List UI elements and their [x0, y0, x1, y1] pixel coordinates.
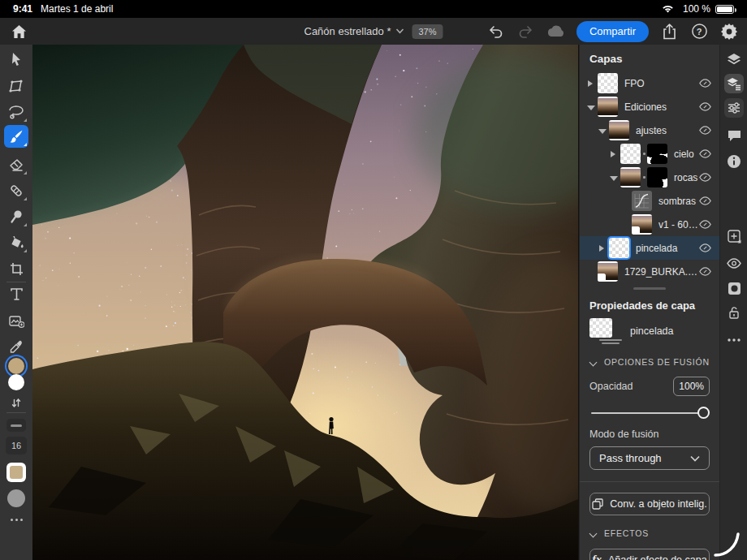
loupe-retouch-tool[interactable]	[4, 205, 28, 228]
add-layer-effect-button[interactable]: fx Añadir efecto de capa	[589, 549, 710, 560]
layers-panel-title: Capas	[580, 45, 719, 71]
lock-icon[interactable]	[724, 303, 744, 322]
layer-visibility-eye-icon[interactable]	[698, 101, 711, 114]
layer-thumbnail[interactable]	[598, 97, 618, 117]
crop-tool[interactable]	[4, 257, 28, 280]
clock-time: 9:41	[13, 3, 32, 15]
layer-row[interactable]: cielo	[580, 142, 719, 166]
layer-visibility-eye-icon[interactable]	[724, 253, 744, 273]
type-tool[interactable]	[4, 282, 28, 305]
layer-visibility-eye-icon[interactable]	[698, 124, 711, 137]
layer-thumbnail[interactable]	[609, 120, 629, 140]
layer-row[interactable]: rocas	[580, 166, 719, 189]
brush-size-slider[interactable]	[6, 419, 26, 432]
smart-object-icon	[592, 498, 603, 510]
help-button[interactable]: ?	[689, 22, 709, 41]
layer-expand-arrow[interactable]	[610, 174, 616, 181]
blend-options-label: OPCIONES DE FUSIÓN	[604, 357, 710, 367]
brush-size-value[interactable]: 16	[6, 437, 27, 454]
place-image-tool[interactable]	[4, 309, 28, 332]
convert-smart-object-label: Conv. a objeto intelig.	[610, 498, 706, 510]
healing-brush-tool[interactable]	[4, 179, 28, 202]
opacity-value-box[interactable]: 100%	[673, 377, 710, 396]
layer-row[interactable]: Ediciones	[580, 95, 719, 118]
home-button[interactable]	[8, 21, 29, 42]
layer-visibility-eye-icon[interactable]	[698, 77, 711, 90]
export-icon[interactable]	[659, 22, 679, 41]
effects-header[interactable]: EFECTOS	[580, 528, 719, 538]
layer-row[interactable]: sombras	[580, 189, 719, 213]
eyedropper-tool[interactable]	[4, 335, 28, 358]
blend-mode-dropdown[interactable]: Pass through	[589, 446, 710, 470]
layer-visibility-eye-icon[interactable]	[698, 171, 711, 184]
move-tool[interactable]	[4, 48, 28, 71]
layer-row[interactable]: ajustes	[580, 118, 719, 142]
properties-layer-thumbnail	[589, 318, 612, 338]
settings-gear-icon[interactable]	[719, 22, 739, 41]
layer-expand-arrow[interactable]	[598, 127, 605, 134]
layer-expand-arrow[interactable]	[587, 80, 594, 87]
layer-visibility-eye-icon[interactable]	[698, 242, 711, 255]
smart-object-badge	[598, 274, 606, 282]
layer-row[interactable]: 1729_BURKA...anced-NR33	[580, 260, 719, 283]
layer-row[interactable]: FPO	[580, 71, 719, 95]
layer-mask-thumbnail[interactable]	[647, 144, 667, 164]
brush-opacity-chip[interactable]	[7, 489, 25, 507]
tool-rail: 16	[0, 45, 32, 560]
blend-options-header[interactable]: OPCIONES DE FUSIÓN	[580, 357, 719, 367]
layer-mask-thumbnail[interactable]	[647, 167, 667, 187]
opacity-slider-handle[interactable]	[697, 407, 710, 419]
convert-smart-object-button[interactable]: Conv. a objeto intelig.	[589, 493, 710, 515]
opacity-slider[interactable]	[591, 407, 708, 419]
layer-properties-icon[interactable]	[724, 74, 744, 93]
layer-visibility-eye-icon[interactable]	[698, 148, 711, 161]
add-layer-effect-label: Añadir efecto de capa	[608, 554, 707, 560]
layer-thumbnail[interactable]	[620, 167, 641, 187]
layer-thumbnail[interactable]	[632, 191, 652, 211]
chevron-down-icon	[589, 358, 598, 366]
eraser-tool[interactable]	[4, 153, 28, 176]
share-button[interactable]: Compartir	[576, 21, 649, 42]
layer-visibility-eye-icon[interactable]	[698, 265, 711, 278]
more-options-button[interactable]	[724, 330, 744, 350]
undo-button[interactable]	[486, 22, 506, 41]
layer-row[interactable]: v1 - 60 %	[580, 213, 719, 236]
brush-tip-chip[interactable]	[6, 463, 26, 482]
more-tools-button[interactable]	[0, 519, 32, 521]
layer-expand-arrow[interactable]	[598, 245, 605, 252]
document-canvas[interactable]	[32, 45, 579, 560]
layers-stack-icon[interactable]	[724, 50, 744, 69]
info-icon[interactable]	[724, 152, 744, 171]
transform-tool[interactable]	[4, 75, 28, 97]
comments-icon[interactable]	[724, 126, 744, 145]
layer-visibility-eye-icon[interactable]	[698, 218, 711, 231]
redo-button[interactable]	[516, 22, 536, 41]
document-title[interactable]: Cañón estrellado *	[304, 25, 404, 37]
layer-thumbnail[interactable]	[598, 73, 618, 93]
lasso-tool[interactable]	[4, 101, 28, 123]
brush-tool[interactable]	[4, 125, 28, 148]
layer-expand-arrow[interactable]	[587, 104, 594, 110]
layer-name: ajustes	[636, 125, 698, 136]
adjustments-sliders-icon[interactable]	[724, 98, 744, 118]
layer-visibility-eye-icon[interactable]	[698, 195, 711, 208]
fx-icon: fx	[592, 554, 602, 560]
layer-thumbnail[interactable]	[598, 261, 618, 282]
add-layer-button[interactable]	[724, 226, 744, 246]
panel-drag-handle[interactable]	[633, 287, 666, 290]
cloud-sync-icon[interactable]	[546, 22, 566, 41]
swap-colors-button[interactable]	[4, 391, 28, 414]
opacity-label: Opacidad	[589, 381, 633, 392]
layer-expand-arrow[interactable]	[610, 151, 616, 157]
layer-thumbnail[interactable]	[620, 144, 641, 164]
fill-tool[interactable]	[4, 231, 28, 254]
zoom-level-badge[interactable]: 37%	[412, 24, 443, 39]
chevron-down-icon	[395, 28, 404, 34]
layer-thumbnail[interactable]	[609, 238, 629, 258]
layer-row[interactable]: pincelada	[580, 236, 719, 260]
layer-thumbnail[interactable]	[632, 214, 652, 235]
layer-properties-row: pincelada	[580, 317, 719, 344]
layer-mask-icon[interactable]	[724, 278, 744, 298]
foreground-color-chip[interactable]	[8, 358, 24, 374]
background-color-chip[interactable]	[8, 374, 24, 390]
